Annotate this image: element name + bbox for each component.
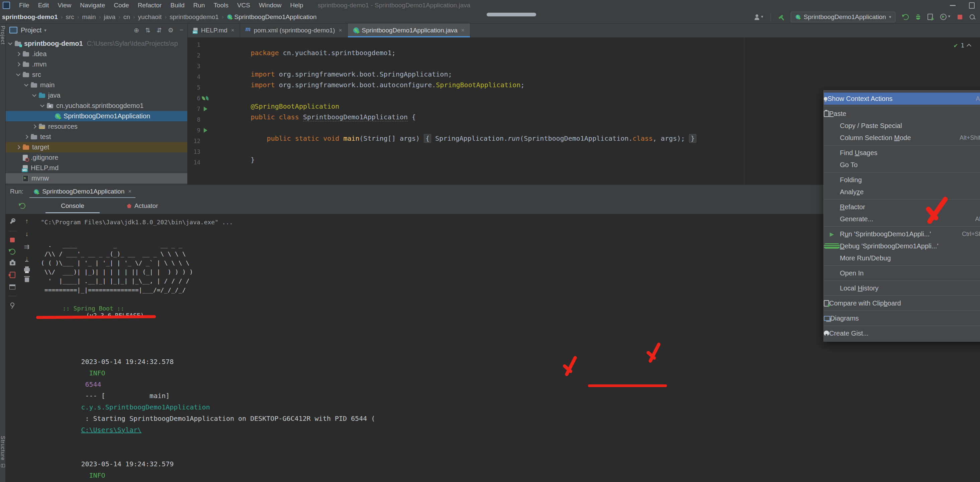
line-number[interactable]: 8: [188, 116, 200, 123]
close-icon[interactable]: ×: [128, 188, 132, 195]
stop-icon[interactable]: [10, 238, 15, 243]
editor-tab[interactable]: SprintboogDemo1Application.java ×: [348, 23, 470, 37]
menu-item[interactable]: Window: [255, 0, 286, 11]
tree-chevron-icon[interactable]: [24, 135, 29, 139]
thread-dump-icon[interactable]: [10, 261, 15, 265]
editor-tab[interactable]: pom.xml (sprintboog-demo1) ×: [240, 23, 348, 37]
maximize-icon[interactable]: [969, 2, 975, 9]
tree-chevron-icon[interactable]: [16, 145, 21, 149]
clear-console-icon[interactable]: [25, 277, 29, 282]
tree-row[interactable]: .mvn: [5, 59, 187, 70]
breadcrumb-item[interactable]: java: [104, 13, 115, 21]
rerun-icon[interactable]: [19, 203, 25, 209]
chevron-up-icon[interactable]: [967, 43, 971, 48]
stop-icon[interactable]: [958, 15, 962, 19]
run-tab[interactable]: SprintboogDemo1Application ×: [29, 185, 135, 198]
scroll-to-end-icon[interactable]: ↓: [25, 256, 29, 262]
scrollbar-thumb[interactable]: [487, 13, 536, 16]
tree-chevron-icon[interactable]: [16, 72, 21, 76]
tab-actuator[interactable]: Actuator: [127, 202, 158, 209]
menu-item[interactable]: Edit: [34, 0, 54, 11]
gutter[interactable]: [200, 96, 210, 100]
tree-row[interactable]: target: [5, 142, 187, 152]
print-icon[interactable]: [24, 268, 30, 271]
tree-row[interactable]: .gitignore: [5, 152, 187, 163]
line-number[interactable]: 1: [188, 41, 200, 48]
context-menu-item[interactable]: Diagrams: [824, 312, 980, 324]
menu-item[interactable]: Code: [109, 0, 133, 11]
line-number[interactable]: 5: [188, 84, 200, 91]
breadcrumb-item[interactable]: yuchaoit: [138, 13, 162, 21]
tree-chevron-icon[interactable]: [32, 124, 37, 129]
coverage-icon[interactable]: [928, 14, 933, 20]
restart-spring-icon[interactable]: [10, 249, 15, 255]
stripe-structure-tab[interactable]: Structure: [0, 436, 6, 461]
line-number[interactable]: 12: [188, 138, 200, 144]
tree-row[interactable]: sprintboog-demo1 C:\Users\Sylar\IdeaProj…: [5, 38, 187, 49]
editor-tab[interactable]: HELP.md ×: [188, 23, 240, 37]
tree-chevron-icon[interactable]: [24, 82, 29, 87]
rerun-icon[interactable]: [903, 14, 909, 20]
tree-row[interactable]: resources: [5, 121, 187, 132]
menu-item[interactable]: VCS: [233, 0, 255, 11]
tree-row[interactable]: HELP.md: [5, 163, 187, 173]
run-configuration-select[interactable]: SprintboogDemo1Application ▾: [791, 12, 896, 22]
context-menu-item[interactable]: Local History: [824, 282, 980, 294]
scroll-down-icon[interactable]: ↓: [25, 230, 29, 238]
line-number[interactable]: 6: [188, 95, 200, 101]
breadcrumb-item[interactable]: sprintboogdemo1: [170, 13, 219, 21]
restore-layout-icon[interactable]: [10, 284, 15, 290]
pin-icon[interactable]: [10, 303, 14, 306]
menu-item[interactable]: Refactor: [134, 0, 166, 11]
minimize-icon[interactable]: [950, 5, 956, 6]
breadcrumb-item[interactable]: cn: [123, 13, 130, 21]
menu-item[interactable]: Build: [166, 0, 189, 11]
panel-tool-icon[interactable]: ⇵: [156, 26, 162, 34]
context-menu-item[interactable]: Column Selection Mode Alt+Shift+Insert: [824, 132, 980, 144]
tree-chevron-icon[interactable]: [8, 41, 13, 45]
menu-item[interactable]: Tools: [209, 0, 233, 11]
menu-item[interactable]: Navigate: [76, 0, 109, 11]
line-number[interactable]: 2: [188, 52, 200, 59]
context-menu-item[interactable]: Open In: [824, 267, 980, 279]
tree-row[interactable]: src: [5, 70, 187, 80]
gutter[interactable]: [200, 128, 210, 133]
breadcrumb-root[interactable]: sprintboog-demo1: [2, 13, 58, 21]
log-file-link[interactable]: C:\Users\Sylar\: [81, 426, 142, 434]
menu-item[interactable]: File: [15, 0, 34, 11]
context-menu-item[interactable]: More Run/Debug: [824, 252, 980, 264]
panel-splitter[interactable]: [187, 23, 188, 184]
menu-item[interactable]: Run: [189, 0, 209, 11]
build-icon[interactable]: [778, 15, 783, 19]
close-icon[interactable]: ×: [231, 27, 234, 34]
panel-tool-icon[interactable]: ⚙: [168, 26, 173, 34]
exit-icon[interactable]: [10, 272, 15, 278]
stripe-project-tab[interactable]: Project: [0, 26, 6, 45]
context-menu-item[interactable]: Compare with Clipboard: [824, 297, 980, 309]
context-menu-item[interactable]: Show Context Actions Alt+Enter: [824, 93, 980, 105]
line-number[interactable]: 9: [188, 127, 200, 134]
user-button[interactable]: ▾: [754, 14, 763, 20]
profiler-button[interactable]: ▾: [940, 14, 950, 20]
project-panel-title[interactable]: Project: [21, 26, 41, 34]
context-menu-item[interactable]: Debug 'SprintboogDemo1Appli...': [824, 240, 980, 252]
line-number[interactable]: 3: [188, 63, 200, 70]
menu-item[interactable]: Help: [286, 0, 308, 11]
line-number[interactable]: 7: [188, 106, 200, 112]
tree-row[interactable]: java: [5, 90, 187, 101]
soft-wrap-icon[interactable]: ⇉: [24, 243, 30, 251]
tree-row[interactable]: mvnw: [5, 173, 187, 184]
context-menu-item[interactable]: Create Gist...: [824, 327, 980, 339]
line-number[interactable]: 13: [188, 148, 200, 155]
close-icon[interactable]: ×: [339, 27, 342, 34]
modify-run-icon[interactable]: [9, 218, 16, 225]
line-number[interactable]: 14: [188, 159, 200, 166]
inspection-widget[interactable]: ✔ 1: [954, 41, 970, 49]
context-menu-item[interactable]: Folding: [824, 174, 980, 186]
panel-tool-icon[interactable]: ⇅: [145, 26, 151, 34]
scroll-up-icon[interactable]: ↑: [25, 217, 29, 225]
tree-row[interactable]: test: [5, 132, 187, 142]
gutter[interactable]: [200, 107, 210, 111]
breadcrumb-item[interactable]: main: [82, 13, 95, 21]
context-menu-item[interactable]: Paste: [824, 108, 980, 120]
